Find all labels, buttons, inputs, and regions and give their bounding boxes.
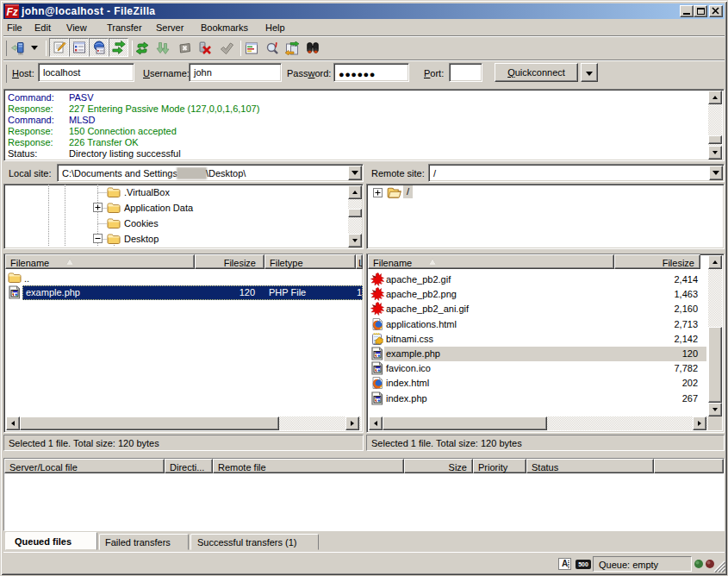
svg-text:Fz: Fz — [7, 6, 18, 18]
